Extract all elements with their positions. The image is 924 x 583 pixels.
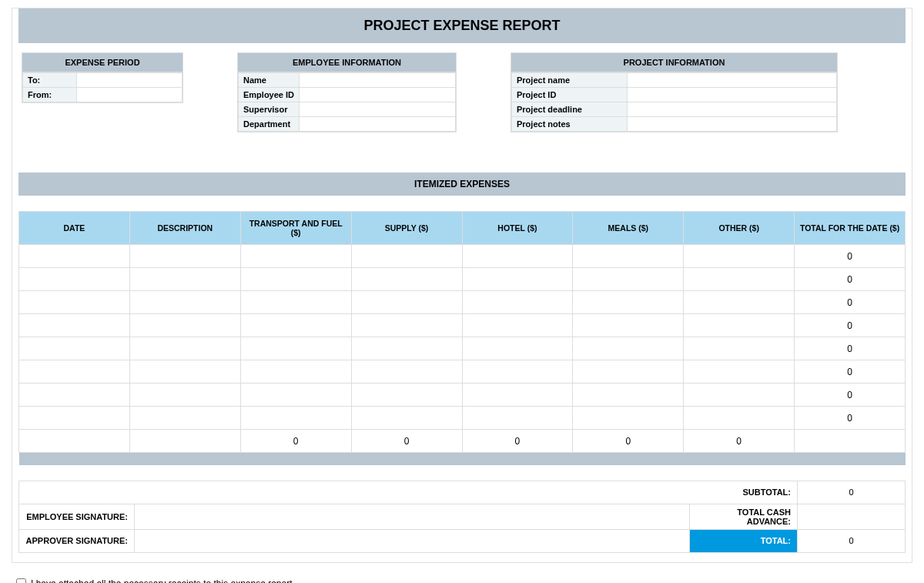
table-row: From:	[23, 88, 182, 102]
expense-cell-other[interactable]	[684, 360, 795, 384]
expense-cell-date[interactable]	[19, 291, 130, 314]
project-id-label: Project ID	[512, 88, 628, 102]
expense-cell-hotel[interactable]	[462, 245, 573, 268]
expense-cell-meals[interactable]	[573, 337, 684, 360]
expense-cell-hotel[interactable]	[462, 337, 573, 360]
project-notes-value[interactable]	[628, 117, 837, 132]
expense-cell-other[interactable]	[684, 291, 795, 314]
expense-cell-hotel[interactable]	[462, 384, 573, 407]
expense-cell-other[interactable]	[684, 384, 795, 407]
expense-cell-supply[interactable]	[351, 337, 462, 360]
expense-cell-date[interactable]	[19, 245, 130, 268]
expense-cell-supply[interactable]	[351, 291, 462, 314]
expense-cell-date[interactable]	[19, 407, 130, 430]
expense-cell-date[interactable]	[19, 337, 130, 360]
expense-cell-other[interactable]	[684, 268, 795, 291]
expense-cell-desc[interactable]	[129, 268, 240, 291]
project-info-header: PROJECT INFORMATION	[511, 53, 837, 72]
project-name-value[interactable]	[628, 73, 837, 88]
column-total-hotel: 0	[462, 430, 573, 453]
expense-cell-desc[interactable]	[129, 384, 240, 407]
table-row: Project ID	[512, 88, 837, 102]
expense-cell-date[interactable]	[19, 360, 130, 384]
expense-cell-date[interactable]	[19, 268, 130, 291]
expense-cell-meals[interactable]	[573, 384, 684, 407]
expense-cell-transport[interactable]	[240, 384, 351, 407]
expense-cell-transport[interactable]	[240, 314, 351, 337]
expense-cell-desc[interactable]	[129, 360, 240, 384]
attestation-checkbox[interactable]	[16, 578, 26, 583]
expense-cell-hotel[interactable]	[462, 314, 573, 337]
expense-cell-meals[interactable]	[573, 291, 684, 314]
col-description: DESCRIPTION	[129, 212, 240, 245]
column-totals-row: 00000	[19, 430, 906, 453]
department-value[interactable]	[300, 117, 456, 132]
expense-cell-transport[interactable]	[240, 407, 351, 430]
cash-advance-value[interactable]	[798, 504, 906, 529]
expense-cell-supply[interactable]	[351, 384, 462, 407]
expense-cell-desc[interactable]	[129, 337, 240, 360]
column-total-supply: 0	[351, 430, 462, 453]
col-other: OTHER ($)	[684, 212, 795, 245]
table-row: Department	[239, 117, 456, 132]
expense-cell-transport[interactable]	[240, 360, 351, 384]
expense-cell-supply[interactable]	[351, 360, 462, 384]
expense-cell-meals[interactable]	[573, 360, 684, 384]
period-to-value[interactable]	[77, 73, 182, 88]
expense-cell-other[interactable]	[684, 245, 795, 268]
table-row: Supervisor	[239, 102, 456, 117]
supervisor-label: Supervisor	[239, 102, 300, 117]
expense-cell-date[interactable]	[19, 384, 130, 407]
department-label: Department	[239, 117, 300, 132]
expense-cell-transport[interactable]	[240, 268, 351, 291]
expense-cell-supply[interactable]	[351, 268, 462, 291]
employee-name-value[interactable]	[300, 73, 456, 88]
expense-cell-meals[interactable]	[573, 407, 684, 430]
expense-cell-hotel[interactable]	[462, 360, 573, 384]
expense-cell-transport[interactable]	[240, 245, 351, 268]
employee-id-value[interactable]	[300, 88, 456, 102]
period-from-label: From:	[23, 88, 77, 102]
expense-cell-date[interactable]	[19, 314, 130, 337]
expense-cell-desc[interactable]	[129, 291, 240, 314]
table-row: 0	[19, 245, 906, 268]
table-row: 0	[19, 314, 906, 337]
expense-cell-desc[interactable]	[129, 245, 240, 268]
approver-signature-field[interactable]	[135, 529, 690, 552]
attestation-row: I have attached all the necessary receip…	[12, 563, 912, 584]
expense-cell-hotel[interactable]	[462, 268, 573, 291]
expense-cell-other[interactable]	[684, 407, 795, 430]
project-deadline-value[interactable]	[628, 102, 837, 117]
expense-cell-hotel[interactable]	[462, 291, 573, 314]
expense-cell-transport[interactable]	[240, 337, 351, 360]
table-row: Name	[239, 73, 456, 88]
expense-cell-desc[interactable]	[129, 314, 240, 337]
approver-signature-row: APPROVER SIGNATURE: TOTAL: 0	[19, 529, 906, 552]
expense-cell-hotel[interactable]	[462, 407, 573, 430]
summary-table: SUBTOTAL: 0 EMPLOYEE SIGNATURE: TOTAL CA…	[18, 481, 906, 553]
project-id-value[interactable]	[628, 88, 837, 102]
expense-cell-supply[interactable]	[351, 407, 462, 430]
table-row: Employee ID	[239, 88, 456, 102]
supervisor-value[interactable]	[300, 102, 456, 117]
employee-info-box: EMPLOYEE INFORMATION Name Employee ID Su…	[237, 52, 457, 132]
expense-cell-meals[interactable]	[573, 245, 684, 268]
expense-cell-meals[interactable]	[573, 268, 684, 291]
expense-period-header: EXPENSE PERIOD	[22, 53, 182, 72]
expense-cell-meals[interactable]	[573, 314, 684, 337]
expense-cell-transport[interactable]	[240, 291, 351, 314]
expense-cell-supply[interactable]	[351, 245, 462, 268]
table-row: Project notes	[512, 117, 837, 132]
itemized-header: ITEMIZED EXPENSES	[18, 173, 906, 196]
expense-cell-supply[interactable]	[351, 314, 462, 337]
expense-cell-desc[interactable]	[129, 407, 240, 430]
expense-cell-other[interactable]	[684, 337, 795, 360]
col-date: DATE	[19, 212, 130, 245]
expense-cell-total: 0	[795, 268, 906, 291]
period-from-value[interactable]	[77, 88, 182, 102]
expense-cell-other[interactable]	[684, 314, 795, 337]
spacer-row	[19, 453, 906, 465]
cash-advance-label: TOTAL CASH ADVANCE:	[690, 504, 798, 529]
expense-cell-total: 0	[795, 384, 906, 407]
employee-signature-field[interactable]	[135, 504, 690, 529]
